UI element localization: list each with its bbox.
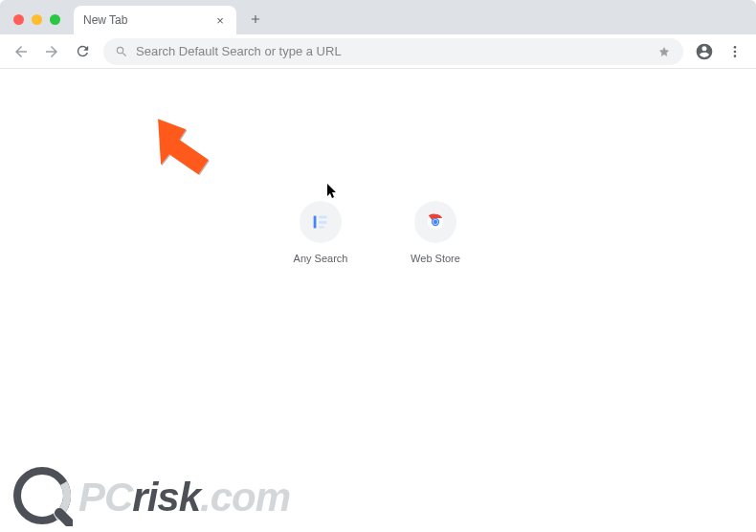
bookmark-star-icon[interactable] — [656, 44, 672, 59]
maximize-window-button[interactable] — [50, 14, 60, 25]
omnibox[interactable] — [103, 38, 683, 65]
close-window-button[interactable] — [13, 14, 24, 25]
svg-point-10 — [434, 220, 437, 224]
toolbar — [0, 34, 756, 69]
svg-point-1 — [734, 50, 737, 53]
minimize-window-button[interactable] — [32, 14, 42, 25]
address-input[interactable] — [136, 44, 649, 58]
close-tab-button[interactable]: × — [213, 13, 227, 27]
any-search-icon — [300, 201, 342, 243]
watermark: PCrisk.com — [11, 465, 290, 530]
shortcut-web-store[interactable]: Web Store — [397, 201, 474, 264]
tab-new-tab[interactable]: New Tab × — [74, 6, 236, 34]
shortcut-grid: Any Search Web Store — [282, 201, 474, 264]
new-tab-page: Any Search Web Store — [0, 69, 756, 532]
mouse-cursor-icon — [327, 184, 339, 203]
profile-button[interactable] — [691, 38, 718, 65]
back-button[interactable] — [8, 38, 34, 65]
svg-point-2 — [734, 55, 737, 57]
annotation-arrow — [151, 111, 218, 187]
svg-marker-11 — [156, 114, 210, 178]
shortcut-label: Web Store — [411, 253, 460, 264]
search-icon — [115, 45, 128, 58]
svg-point-0 — [734, 46, 737, 49]
svg-rect-6 — [319, 227, 324, 229]
tab-bar: New Tab × — [0, 0, 756, 34]
shortcut-any-search[interactable]: Any Search — [282, 201, 359, 264]
shortcut-label: Any Search — [294, 253, 348, 264]
reload-button[interactable] — [69, 38, 96, 65]
menu-button[interactable] — [722, 38, 748, 65]
new-tab-button[interactable] — [242, 6, 269, 33]
watermark-text: PCrisk.com — [78, 475, 290, 521]
svg-line-14 — [59, 513, 71, 524]
web-store-icon — [414, 201, 456, 243]
svg-rect-4 — [319, 216, 326, 219]
svg-rect-5 — [319, 221, 326, 224]
forward-button[interactable] — [38, 38, 65, 65]
svg-rect-3 — [314, 216, 317, 229]
tab-title: New Tab — [83, 13, 213, 27]
window-controls — [8, 14, 68, 34]
watermark-logo-icon — [11, 465, 73, 530]
